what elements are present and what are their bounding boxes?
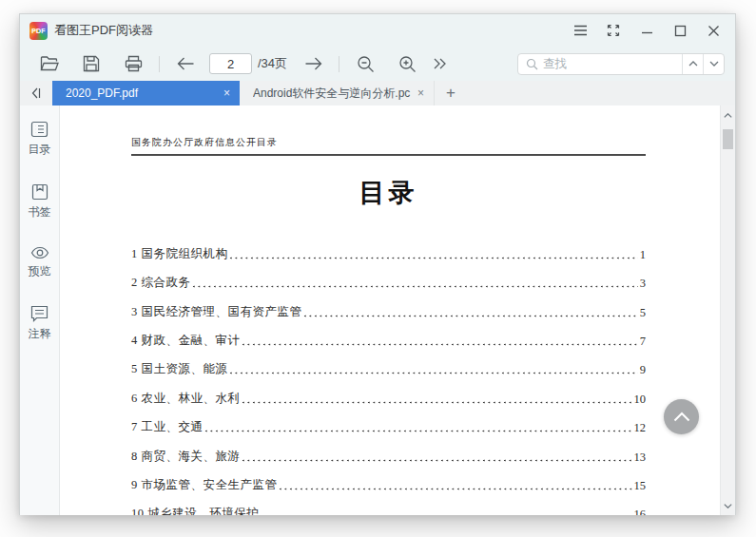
toc-entry-page: 5 [640, 306, 646, 320]
app-logo-icon: PDF [29, 22, 48, 40]
zoom-out-icon[interactable] [355, 53, 376, 74]
toc-entry-page: 12 [634, 421, 647, 435]
toc-entry: 9 市场监管、安全生产监管 15 [131, 476, 646, 493]
bookmark-icon [31, 183, 48, 201]
search-box [517, 53, 725, 75]
toc-entry-title: 8 商贸、海关、旅游 [131, 449, 240, 465]
sidebar-item-annotations[interactable]: 注释 [29, 305, 51, 342]
vertical-scrollbar[interactable] [720, 105, 735, 515]
toc-entry-page: 16 [634, 508, 647, 515]
sidebar-item-preview[interactable]: 预览 [29, 246, 51, 279]
sidebar-item-label: 预览 [29, 263, 51, 279]
header-rule [131, 154, 646, 156]
print-icon[interactable] [123, 53, 144, 74]
toc-entry-title: 9 市场监管、安全生产监管 [131, 477, 277, 493]
page-number-input[interactable] [209, 53, 252, 74]
back-to-top-button[interactable] [664, 399, 699, 434]
toc-leader-dots [279, 488, 631, 490]
sidebar-item-toc[interactable]: 目录 [29, 121, 51, 158]
close-icon[interactable] [703, 20, 724, 41]
sidebar-item-label: 书签 [29, 204, 51, 221]
toc-leader-dots [242, 343, 637, 346]
toc-entry-page: 1 [640, 248, 646, 262]
toc-entry-title: 10 城乡建设、环境保护 [131, 506, 259, 515]
toc-leader-dots [229, 372, 637, 374]
search-input[interactable] [543, 57, 682, 70]
toc-entry: 2 综合政务 3 [131, 274, 646, 291]
sidebar-item-bookmarks[interactable]: 书签 [29, 183, 51, 221]
scrollbar-thumb[interactable] [723, 129, 733, 149]
toc-entry-title: 7 工业、交通 [131, 419, 203, 435]
toc-entry-page: 10 [634, 393, 647, 407]
app-window: PDF 看图王PDF阅读器 [19, 13, 736, 515]
toc-entry-page: 15 [634, 479, 647, 493]
toc-entry-title: 5 国土资源、能源 [131, 361, 227, 377]
toc-entry-page: 3 [640, 277, 646, 291]
eye-icon [30, 246, 49, 259]
window-title: 看图王PDF阅读器 [54, 22, 153, 39]
toc-entry-title: 1 国务院组织机构 [131, 246, 227, 262]
toc-entry: 4 财政、金融、审计 7 [131, 332, 646, 349]
toc-entry: 1 国务院组织机构 1 [131, 245, 646, 262]
main-area: 目录 书签 预览 注释 [20, 105, 735, 515]
document-header: 国务院办公厅政府信息公开目录 [131, 136, 278, 149]
toc-entry: 3 国民经济管理、国有资产监管 5 [131, 303, 646, 320]
tab-document-1[interactable]: 2020_PDF.pdf × [52, 81, 240, 105]
more-tools-icon[interactable] [429, 53, 450, 74]
toolbar-separator [339, 56, 339, 72]
toc-entry-page: 13 [634, 451, 647, 465]
toc-leader-dots [204, 430, 631, 432]
search-previous-icon[interactable] [682, 54, 703, 74]
search-next-icon[interactable] [703, 54, 724, 74]
minimize-icon[interactable] [636, 20, 657, 41]
tab-label: Android软件安全与逆向分析.pc [253, 86, 416, 102]
scroll-up-icon[interactable] [721, 107, 735, 123]
collapse-sidebar-icon[interactable] [20, 81, 52, 105]
previous-page-icon[interactable] [175, 53, 196, 74]
page-total-label: /34页 [258, 55, 287, 72]
toc-leader-dots [303, 315, 637, 317]
toc-entry: 5 国土资源、能源 9 [131, 360, 646, 377]
toc-entry-title: 2 综合政务 [131, 275, 190, 291]
toc-entry: 8 商贸、海关、旅游 13 [131, 448, 646, 465]
toc-entry: 10 城乡建设、环境保护 16 [131, 505, 646, 515]
tab-bar: 2020_PDF.pdf × Android软件安全与逆向分析.pc × + [20, 81, 735, 105]
toc-entry-page: 9 [640, 363, 646, 377]
fullscreen-icon[interactable] [603, 20, 624, 41]
search-icon [526, 58, 538, 70]
new-tab-button[interactable]: + [435, 81, 467, 105]
scroll-down-icon[interactable] [721, 498, 735, 513]
tab-close-icon[interactable]: × [222, 87, 232, 99]
save-icon[interactable] [81, 53, 102, 74]
titlebar: PDF 看图王PDF阅读器 [20, 14, 735, 47]
toc-entry: 7 工业、交通 12 [131, 418, 646, 435]
sidebar: 目录 书签 预览 注释 [20, 105, 60, 515]
zoom-in-icon[interactable] [397, 53, 417, 74]
toc-leader-dots [229, 257, 637, 259]
toc-entry-page: 7 [640, 335, 646, 349]
toc-entry-title: 4 财政、金融、审计 [131, 333, 240, 349]
tab-close-icon[interactable]: × [416, 87, 426, 99]
toc-entry-title: 3 国民经济管理、国有资产监管 [131, 304, 301, 320]
open-file-icon[interactable] [39, 53, 60, 74]
maximize-icon[interactable] [669, 20, 690, 41]
toc-leader-dots [242, 401, 631, 404]
chevron-up-icon [673, 412, 690, 422]
toc-leader-dots [192, 285, 637, 288]
toc-entry-title: 6 农业、林业、水利 [131, 391, 240, 407]
tab-label: 2020_PDF.pdf [66, 86, 222, 100]
comment-icon [30, 305, 48, 322]
tab-document-2[interactable]: Android软件安全与逆向分析.pc × [240, 81, 435, 105]
next-page-icon[interactable] [302, 53, 323, 74]
document-title: 目录 [131, 176, 646, 210]
window-controls [570, 20, 724, 41]
sidebar-item-label: 目录 [29, 142, 51, 158]
document-page: 国务院办公厅政府信息公开目录 目录 1 国务院组织机构 1 2 综合政务 3 3… [60, 105, 720, 515]
toc-icon [30, 121, 48, 138]
menu-icon[interactable] [570, 20, 591, 41]
toc-leader-dots [242, 459, 631, 462]
toc-entry: 6 农业、林业、水利 10 [131, 390, 646, 407]
toolbar: /34页 [20, 47, 735, 81]
toolbar-separator [159, 56, 160, 72]
sidebar-item-label: 注释 [29, 326, 51, 342]
